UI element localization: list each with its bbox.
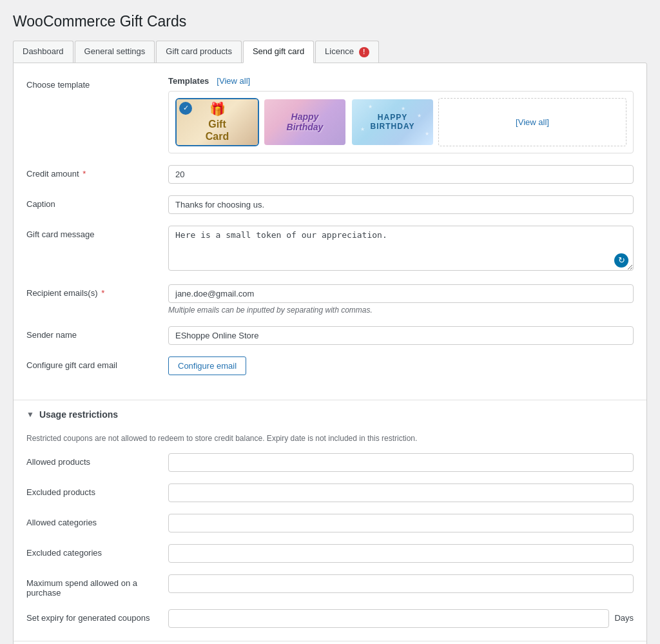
- form-section: Choose template Templates [View all] ✓ 🎁…: [14, 76, 646, 400]
- tabs-nav: Dashboard General settings Gift card pro…: [13, 41, 647, 63]
- configure-email-label: Configure gift card email: [26, 356, 155, 370]
- sender-name-row: Sender name: [26, 326, 634, 345]
- excluded-products-input[interactable]: [168, 483, 634, 502]
- expiry-input[interactable]: [168, 609, 609, 628]
- credit-amount-input[interactable]: [168, 165, 634, 184]
- configure-email-row: Configure gift card email Configure emai…: [26, 356, 634, 375]
- chevron-down-icon: ▼: [26, 410, 34, 419]
- recipient-email-field: Multiple emails can be inputted by separ…: [168, 284, 634, 315]
- tab-gift-card-products[interactable]: Gift card products: [156, 41, 242, 63]
- template-field: Templates [View all] ✓ 🎁 GiftCard: [168, 76, 634, 153]
- excluded-categories-field: [168, 544, 634, 563]
- template-card-gift[interactable]: ✓ 🎁 GiftCard: [175, 98, 259, 146]
- sender-name-label: Sender name: [26, 326, 155, 340]
- configure-email-button[interactable]: Configure email: [168, 356, 246, 375]
- configure-email-field: Configure email: [168, 356, 634, 375]
- sender-name-input[interactable]: [168, 326, 634, 345]
- view-all-top-link[interactable]: [View all]: [217, 76, 250, 86]
- template-cards: ✓ 🎁 GiftCard HappyBirthday: [168, 91, 634, 153]
- gift-message-label: Gift card message: [26, 226, 155, 239]
- view-all-card[interactable]: [View all]: [438, 98, 626, 146]
- tab-send-gift-card[interactable]: Send gift card: [243, 41, 314, 63]
- tab-licence[interactable]: Licence !: [315, 41, 378, 63]
- tab-dashboard[interactable]: Dashboard: [13, 41, 73, 63]
- textarea-wrapper: Here is a small token of our appreciatio…: [168, 226, 634, 273]
- template-card-birthday-blue[interactable]: ★ ★ ★ ★ ★ HAPPYBIRTHDAY: [351, 98, 434, 146]
- template-row: Choose template Templates [View all] ✓ 🎁…: [26, 76, 634, 153]
- page-title: WooCommerce Gift Cards: [13, 13, 647, 30]
- max-spend-field: [168, 574, 634, 593]
- template-card-birthday-floral[interactable]: HappyBirthday: [263, 98, 347, 146]
- allowed-categories-input[interactable]: [168, 514, 634, 532]
- excluded-categories-row: Excluded categories: [26, 544, 634, 563]
- restrictions-form: Allowed products Excluded products Allow…: [14, 453, 646, 628]
- main-content: Choose template Templates [View all] ✓ 🎁…: [13, 63, 647, 644]
- expiry-row: Set expiry for generated coupons Days: [26, 609, 634, 628]
- usage-restrictions-header[interactable]: ▼ Usage restrictions: [14, 400, 646, 429]
- sender-name-field: [168, 326, 634, 345]
- usage-restrictions-title: Usage restrictions: [39, 409, 118, 420]
- max-spend-input[interactable]: [168, 574, 634, 593]
- licence-badge: !: [359, 47, 369, 57]
- excluded-products-field: [168, 483, 634, 502]
- credit-amount-label: Credit amount *: [26, 165, 155, 179]
- expiry-input-row: Days: [168, 609, 634, 628]
- expiry-label: Set expiry for generated coupons: [26, 609, 155, 623]
- credit-amount-row: Credit amount *: [26, 165, 634, 184]
- template-label: Choose template: [26, 76, 155, 90]
- allowed-categories-label: Allowed categories: [26, 514, 155, 527]
- max-spend-label: Maximum spend allowed on a purchase: [26, 574, 155, 598]
- recipient-email-label: Recipient emails(s) *: [26, 284, 155, 298]
- footer-bar: Preview email Send email: [14, 641, 646, 644]
- recipient-email-row: Recipient emails(s) * Multiple emails ca…: [26, 284, 634, 315]
- excluded-products-label: Excluded products: [26, 483, 155, 497]
- excluded-categories-input[interactable]: [168, 544, 634, 563]
- required-marker: *: [82, 169, 86, 179]
- max-spend-row: Maximum spend allowed on a purchase: [26, 574, 634, 598]
- gift-message-textarea[interactable]: Here is a small token of our appreciatio…: [168, 226, 634, 271]
- caption-field: [168, 195, 634, 214]
- recipient-email-hint: Multiple emails can be inputted by separ…: [168, 306, 634, 315]
- credit-amount-field: [168, 165, 634, 184]
- template-header: Templates [View all]: [168, 76, 634, 86]
- template-title: Templates: [168, 76, 209, 86]
- view-all-card-link[interactable]: [View all]: [516, 117, 549, 127]
- excluded-products-row: Excluded products: [26, 483, 634, 502]
- required-marker-email: *: [101, 288, 104, 298]
- excluded-categories-label: Excluded categories: [26, 544, 155, 558]
- card-birthday2-visual: ★ ★ ★ ★ ★ HAPPYBIRTHDAY: [352, 99, 433, 145]
- refresh-icon[interactable]: ↻: [614, 253, 628, 268]
- selected-check-icon: ✓: [179, 102, 192, 115]
- caption-input[interactable]: [168, 195, 634, 214]
- gift-message-row: Gift card message Here is a small token …: [26, 226, 634, 273]
- allowed-products-label: Allowed products: [26, 453, 155, 467]
- allowed-categories-row: Allowed categories: [26, 514, 634, 532]
- gift-message-field: Here is a small token of our appreciatio…: [168, 226, 634, 273]
- days-suffix: Days: [614, 609, 634, 623]
- allowed-products-field: [168, 453, 634, 472]
- allowed-categories-field: [168, 514, 634, 532]
- card-birthday-visual: HappyBirthday: [264, 99, 345, 145]
- caption-label: Caption: [26, 195, 155, 209]
- caption-row: Caption: [26, 195, 634, 214]
- allowed-products-input[interactable]: [168, 453, 634, 472]
- allowed-products-row: Allowed products: [26, 453, 634, 472]
- recipient-email-input[interactable]: [168, 284, 634, 303]
- expiry-field: Days: [168, 609, 634, 628]
- restrictions-notice: Restricted coupons are not allowed to re…: [14, 429, 646, 453]
- tab-general-settings[interactable]: General settings: [75, 41, 155, 63]
